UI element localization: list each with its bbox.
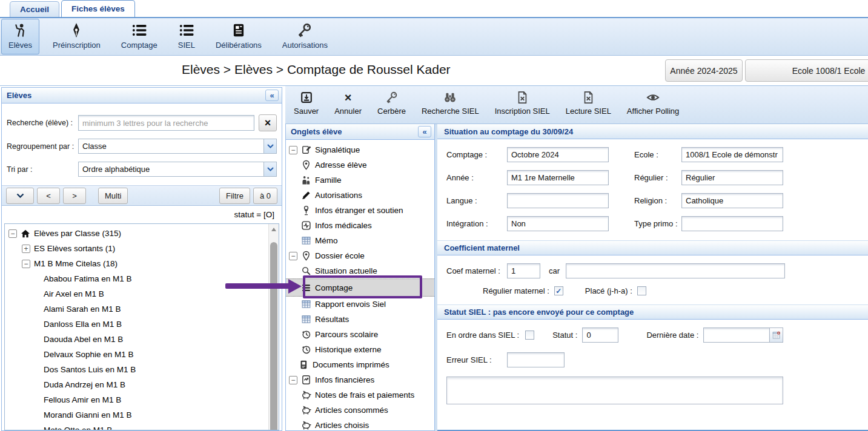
cancel-button[interactable]: × Annuler [334,91,362,123]
next-student-button[interactable]: > [63,188,86,204]
tree-group-row[interactable]: − M1 B Mme Citelas (18) [5,256,279,271]
onglet-parcours-scolaire[interactable]: Parcours scolaire [286,327,434,342]
siel-message-textarea[interactable] [446,377,783,404]
student-row[interactable]: Alami Sarah en M1 B [5,301,279,317]
collapse-toggle-icon[interactable]: − [289,146,297,154]
sort-select[interactable]: Ordre alphabétique [78,162,277,177]
student-row[interactable]: Moto Otto en M1 B [5,423,279,430]
student-row[interactable]: Morandi Gianni en M1 B [5,407,279,423]
onglet-resultats[interactable]: Résultats [286,312,434,327]
derniere-date-field[interactable] [703,327,770,343]
religion-field[interactable] [681,193,783,208]
student-row[interactable]: Delvaux Sophie en M1 B [5,347,279,362]
onglet-autorisations[interactable]: Autorisations [286,188,434,203]
onglet-comptage[interactable]: Comptage [286,278,434,297]
collapse-toggle-icon[interactable]: − [8,229,17,238]
ribbon-preinscription-button[interactable]: Préinscription [45,19,108,54]
langue-label: Langue : [446,196,507,205]
scroll-up-arrow-icon[interactable] [269,224,279,234]
collapse-toggle-icon[interactable]: − [289,376,297,384]
onglet-infos-etranger[interactable]: Infos étranger et soutien [286,203,434,218]
student-row[interactable]: Danloss Ella en M1 B [5,317,279,332]
multi-select-button[interactable]: Multi [98,188,128,204]
tree-root-row[interactable]: − Elèves par Classe (315) [5,226,279,241]
recherche-siel-button[interactable]: Recherche SIEL [422,91,479,123]
onglet-famille[interactable]: Famille [286,173,434,188]
tab-fiches-eleves[interactable]: Fiches élèves [61,0,135,17]
onglet-articles-choisis[interactable]: Articles choisis [286,418,434,431]
integration-field[interactable] [507,216,609,231]
date-picker-button[interactable] [770,327,783,343]
expand-toggle-icon[interactable]: + [22,245,30,253]
onglet-infos-medicales[interactable]: Infos médicales [286,218,434,233]
student-label: Air Axel en M1 B [44,289,104,298]
student-row[interactable]: Duda Andrzej en M1 B [5,377,279,392]
previous-student-button[interactable]: < [37,188,60,204]
lecture-siel-button[interactable]: Lecture SIEL [566,91,611,123]
tree-group-label: ES Elèves sortants (1) [34,244,115,253]
tree-group-row[interactable]: + ES Elèves sortants (1) [5,241,279,256]
type-primo-field[interactable] [681,216,783,231]
onglet-dossier-ecole[interactable]: − Dossier école [286,248,434,263]
school-year-button[interactable]: Année 2024-2025 [665,59,743,82]
car-field[interactable] [566,263,785,278]
detail-body: Onglets élève « − Signalétique Adresse é… [285,124,868,431]
student-row[interactable]: Ababou Fatima en M1 B [5,271,279,286]
ecole-field[interactable] [681,147,783,162]
onglet-articles-consommes[interactable]: Articles consommés [286,403,434,418]
regulier-maternel-checkbox[interactable]: ✓ [554,286,563,295]
collapse-toggle-icon[interactable]: − [22,260,30,268]
expand-tree-button[interactable] [6,188,34,204]
key-icon [297,22,313,38]
student-row[interactable]: Fellous Amir en M1 B [5,392,279,407]
onglet-signaletique[interactable]: − Signalétique [286,142,434,157]
grouping-select[interactable]: Classe [78,139,277,154]
reset-filter-button[interactable]: à 0 [253,188,277,204]
onglet-memo[interactable]: Mémo [286,233,434,248]
annee-field[interactable] [507,170,609,185]
ribbon-comptage-button[interactable]: Comptage [114,19,165,54]
erreur-siel-field[interactable] [507,352,565,367]
key-icon [385,91,399,104]
onglet-situation-actuelle[interactable]: Situation actuelle [286,263,434,278]
onglet-historique-externe[interactable]: Historique externe [286,342,434,357]
clear-search-button[interactable]: × [259,114,277,131]
onglet-documents-imprimes[interactable]: Documents imprimés [286,357,434,372]
collapse-toggle-icon[interactable]: − [289,252,297,260]
place-checkbox[interactable] [637,286,646,295]
tab-accueil[interactable]: Accueil [10,1,59,17]
student-row[interactable]: Air Axel en M1 B [5,286,279,301]
en-ordre-siel-checkbox[interactable] [525,331,534,340]
afficher-polling-button[interactable]: Afficher Polling [627,91,679,123]
collapse-onglets-button[interactable]: « [418,126,431,137]
collapse-left-panel-button[interactable]: « [265,90,279,101]
coef-maternel-field[interactable] [507,263,540,278]
onglet-rapport-envois-siel[interactable]: Rapport envois Siel [286,297,434,312]
comptage-field[interactable] [507,147,609,162]
ribbon-autorisations-button[interactable]: Autorisations [275,19,335,54]
chevron-down-icon[interactable] [263,162,276,176]
filter-button[interactable]: Filtre [219,188,250,204]
school-selector-button[interactable]: Ecole 1008/1 Ecole [745,59,868,82]
onglet-adresse-eleve[interactable]: Adresse élève [286,157,434,173]
ribbon-eleves-button[interactable]: Elèves [1,19,39,54]
tree-scrollbar[interactable] [268,224,279,430]
inscription-siel-button[interactable]: Inscription SIEL [495,91,550,123]
regulier-field[interactable] [681,170,783,185]
tree-group-label: M1 B Mme Citelas (18) [34,259,118,268]
statut-field[interactable] [582,327,618,343]
search-input[interactable] [78,115,254,131]
onglet-notes-frais[interactable]: Notes de frais et paiements [286,387,434,403]
scrollbar-thumb[interactable] [270,242,277,430]
chevron-down-icon[interactable] [263,139,276,153]
student-row[interactable]: Daouda Abel en M1 B [5,332,279,347]
erreur-siel-label: Erreur SIEL : [446,355,507,364]
student-row[interactable]: Dos Santos Luis en M1 B [5,362,279,377]
save-button[interactable]: Sauver [294,91,319,123]
ribbon-siel-button[interactable]: SIEL [171,19,202,54]
ribbon-deliberations-button[interactable]: Délibérations [208,19,269,54]
onglet-label: Parcours scolaire [315,330,378,339]
cerbere-button[interactable]: Cerbère [377,91,406,123]
onglet-infos-financieres[interactable]: − Infos financières [286,372,434,387]
langue-field[interactable] [507,193,609,208]
